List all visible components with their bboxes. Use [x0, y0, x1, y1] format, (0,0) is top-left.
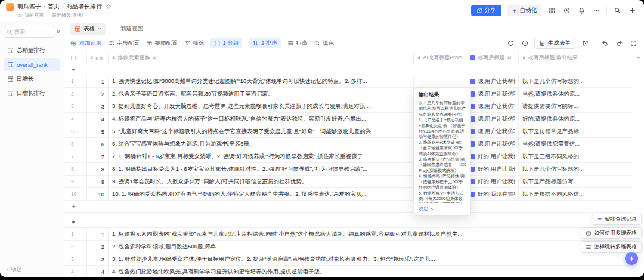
cell-element-summary[interactable]: 1. 标题将元素周期表的“戏点重塑”元素与儿童记忆卡片相结合,同时“小自然”这个…: [109, 228, 633, 241]
cell-rnk[interactable]: 2: [87, 88, 109, 100]
how-to-use-base-button[interactable]: 如何使用多维表格: [581, 227, 642, 239]
cell-element-summary[interactable]: 1. 强调快速记忆:如“3000高频单词分类速记超图解”“10天背完”体现单词可…: [109, 75, 414, 88]
smart-query-records-button[interactable]: 智能查询记录: [592, 214, 642, 225]
sidebar-search[interactable]: [4, 26, 54, 38]
sidebar-item-daily-growth[interactable]: 日增长: [4, 72, 60, 85]
cell-rewrite-title[interactable]: 好的,用户让我仿...: [466, 150, 519, 163]
add-field-button[interactable]: +: [633, 51, 644, 64]
view-config-button[interactable]: 视图配置: [146, 39, 178, 47]
row-number[interactable]: 1: [64, 75, 87, 88]
row-number[interactable]: 2: [64, 88, 87, 100]
cell-rnk[interactable]: 3: [87, 253, 109, 266]
cell-rnk[interactable]: 1: [87, 75, 109, 88]
breadcrumb-item-root[interactable]: 萌瓜酱子: [17, 2, 41, 11]
cell-element-summary[interactable]: 3. 提到儿童好奇心、开发大脑思维、思考世界,这些元素能够吸引家长关注孩子的成长…: [109, 100, 414, 113]
field-config-button[interactable]: 字段配置: [109, 39, 140, 47]
history-icon[interactable]: [562, 6, 571, 16]
cell-rnk[interactable]: 3: [87, 100, 109, 113]
filter-button[interactable]: 筛选: [184, 39, 205, 47]
cell-rnk[interactable]: 2: [87, 241, 109, 253]
cell-element-summary[interactable]: 9. 强调1年会员时长、人数众多(3万+同龄人)可共同打破信息茧房的社群优势。: [109, 176, 414, 188]
row-number[interactable]: 4: [64, 266, 87, 277]
cell-output-result[interactable]: 好的,请提供具体的原...: [519, 113, 633, 125]
cell-rewrite-title[interactable]: 嗯,用户让我仿写...: [466, 88, 519, 100]
cell-rewrite-prompt[interactable]: [414, 75, 466, 88]
cell-element-summary[interactable]: 6. 结合宝宝感官体验与想象力训练,且为游戏书,平装6册。: [109, 138, 414, 150]
tab-grid-view[interactable]: 表格: [70, 23, 106, 35]
cell-element-summary[interactable]: 2. 包含多种学科领域,题目数达500题,简单...: [109, 241, 633, 253]
share-view-icon[interactable]: [580, 39, 590, 48]
row-number[interactable]: 3: [64, 253, 87, 266]
row-number[interactable]: 7: [64, 150, 87, 163]
row-number[interactable]: 5: [64, 125, 87, 138]
cell-rnk[interactable]: 7: [87, 150, 109, 163]
row-number[interactable]: 3: [64, 100, 87, 113]
popup-collapse-button[interactable]: 收起: [419, 205, 466, 212]
cell-output-result[interactable]: 以下是三组不同风格的...: [519, 150, 633, 163]
cell-element-summary[interactable]: 8. 1. 明确指出目标受众为1 - 6岁宝宝及其家长,体现针对性。2. 强调“…: [109, 163, 414, 176]
cell-rewrite-title[interactable]: 嗯,用户让我仿写...: [466, 125, 519, 138]
fill-color-button[interactable]: 填色: [314, 39, 334, 47]
column-header-rnk[interactable]: #rnk: [87, 51, 109, 64]
select-all-checkbox[interactable]: [71, 56, 76, 60]
favorite-star-icon[interactable]: [106, 4, 112, 10]
cell-output-result[interactable]: 以下是根据不同风格仿...: [519, 188, 633, 201]
cell-rnk[interactable]: 10: [87, 188, 109, 201]
create-new-icon[interactable]: [627, 6, 637, 16]
group-button[interactable]: 1 分组: [210, 38, 242, 48]
cell-element-summary[interactable]: 7. 1. 明确针对1 - 6岁宝宝,目标受众清晰。2. 强调“好习惯养成”“行…: [109, 150, 414, 163]
search-icon[interactable]: [612, 6, 622, 16]
cell-rewrite-title[interactable]: 嗯,用户让我帮仿写...: [466, 75, 519, 88]
cell-output-result[interactable]: 以下是几个仿写标题的...: [519, 163, 633, 176]
more-icon[interactable]: [592, 6, 601, 16]
group-collapse-icon[interactable]: [72, 221, 75, 224]
cell-rnk[interactable]: 8: [87, 163, 109, 176]
cell-element-summary[interactable]: 10. 1. 明确的受众指向:针对有勇气当妈妈的人,使特定人群容易产生共鸣。2.…: [109, 188, 414, 201]
row-number[interactable]: 6: [64, 138, 87, 150]
row-number[interactable]: 10: [64, 188, 87, 201]
new-view-button[interactable]: 新建视图: [113, 25, 143, 33]
cell-rewrite-title[interactable]: 嗯,用户让我仿写...: [466, 100, 519, 113]
cell-rnk[interactable]: 4: [87, 113, 109, 125]
cell-output-result[interactable]: 以下是仿照常见产品标...: [519, 125, 633, 138]
cell-output-result[interactable]: 以下是几个仿写标题的...: [519, 75, 633, 88]
cell-element-summary[interactable]: 2. 包含亲子英语口语指南、配套音频,30节视频适用于英语启蒙。: [109, 88, 414, 100]
sort-button[interactable]: 2 排序: [249, 38, 280, 48]
automation-button[interactable]: 自动化: [507, 5, 542, 16]
cell-element-summary[interactable]: 4. 包含热门旅游地北欧风光,具有科学学习提升认知思维培养的作用,提供超清电子版…: [109, 266, 633, 277]
timer-icon[interactable]: [520, 39, 530, 48]
column-header-element-summary[interactable]: A爆款元素提炼AI: [109, 51, 414, 64]
sidebar-item-total-sales-rank[interactable]: 总销量排行: [4, 44, 60, 57]
redo-icon[interactable]: [614, 39, 624, 48]
space-label[interactable]: 我的空间: [24, 12, 44, 19]
column-header-rewrite-title[interactable]: 改写后标题AI: [466, 51, 519, 64]
cell-rewrite-title[interactable]: 嗯,用户让我仿写...: [466, 138, 519, 150]
cell-rnk[interactable]: 9: [87, 176, 109, 188]
cell-rnk[interactable]: 4: [87, 266, 109, 277]
row-number[interactable]: 4: [64, 113, 87, 125]
row-number[interactable]: 8: [64, 163, 87, 176]
sidebar-collapse-button[interactable]: 收起: [5, 266, 21, 273]
breadcrumb-item-home[interactable]: 首页: [48, 2, 60, 11]
column-header-rewrite-prompt[interactable]: AAI改写标题Prompt: [414, 51, 466, 64]
cell-element-summary[interactable]: 5. “儿童好奇大百科”这个标题吸引人的特点在于它直接表明了受众是儿童,且“好奇…: [109, 125, 414, 138]
cell-element-summary[interactable]: 3. 1. 针对幼少儿童,明确受众群体,便于目标用户定位。2. 提及“英语启蒙”…: [109, 253, 633, 266]
collapse-sidebar-icon[interactable]: «: [56, 28, 60, 35]
column-header-output-result[interactable]: A改写后标题,输出结果: [519, 51, 633, 64]
cell-rnk[interactable]: 1: [87, 228, 109, 241]
group-header-row[interactable]: [64, 217, 633, 228]
undo-icon[interactable]: [600, 39, 609, 48]
cell-output-result[interactable]: 当然,请提供具体的原...: [519, 88, 633, 100]
cell-output-result[interactable]: 当然!请提供您需要仿...: [519, 138, 633, 150]
widgets-icon[interactable]: [547, 6, 556, 16]
expand-icon[interactable]: [628, 39, 638, 48]
cell-rnk[interactable]: 6: [87, 138, 109, 150]
ai-assistant-button[interactable]: [625, 252, 638, 265]
share-button[interactable]: 分享: [471, 5, 501, 16]
sidebar-item-overall-rank[interactable]: overall_rank: [4, 58, 60, 71]
sidebar-item-daily-growth-rank[interactable]: 日增长排行: [4, 87, 60, 100]
group-header-row[interactable]: [64, 64, 633, 75]
cell-rewrite-title[interactable]: 好的,用户让我仿写...: [466, 176, 519, 188]
cell-output-result[interactable]: 请提供需要仿写的标...: [519, 100, 633, 113]
generate-form-button[interactable]: 生成表单: [534, 38, 575, 49]
